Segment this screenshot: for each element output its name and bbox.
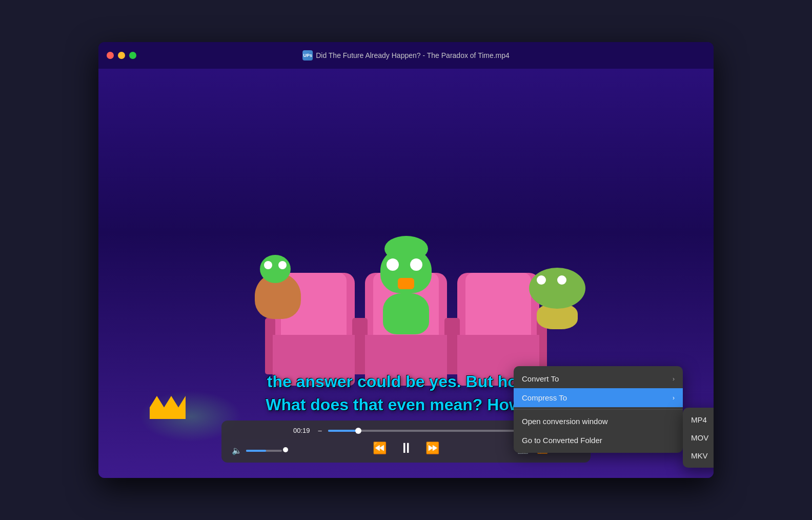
menu-item-compress-to[interactable]: Compress To › MP4 MOV MKV: [514, 388, 683, 407]
video-scene: the answer could be yes. But how d What …: [98, 69, 714, 478]
video-area[interactable]: the answer could be yes. But how d What …: [98, 69, 714, 478]
chevron-icon: ›: [673, 375, 675, 383]
volume-thumb[interactable]: [283, 447, 288, 452]
context-menu: Convert To › Compress To › MP4 MOV MKV: [514, 366, 683, 453]
app-icon: UPs: [302, 50, 313, 61]
time-current: 00:19: [293, 427, 310, 434]
window-title-area: UPs Did The Future Already Happen? - The…: [302, 50, 510, 61]
maximize-button[interactable]: [129, 52, 136, 59]
character-center: [375, 247, 437, 350]
menu-divider: [514, 409, 683, 410]
main-window: UPs Did The Future Already Happen? - The…: [98, 42, 714, 478]
volume-control: 🔈: [232, 446, 288, 455]
close-button[interactable]: [107, 52, 114, 59]
character-left: [252, 273, 303, 350]
menu-item-go-to-folder[interactable]: Go to Converted Folder: [514, 431, 683, 450]
character-right: [524, 268, 591, 350]
menu-item-open-conversion[interactable]: Open conversion window: [514, 412, 683, 431]
chevron-icon-compress: ›: [673, 394, 675, 402]
submenu-compress: MP4 MOV MKV: [683, 408, 714, 468]
volume-bar[interactable]: [246, 450, 282, 452]
window-title: Did The Future Already Happen? - The Par…: [316, 51, 510, 59]
rewind-button[interactable]: ⏪: [373, 442, 387, 455]
menu-item-open-conversion-label: Open conversion window: [522, 417, 608, 426]
volume-icon[interactable]: 🔈: [232, 446, 242, 455]
menu-item-compress-to-label: Compress To: [522, 393, 567, 402]
menu-item-go-to-folder-label: Go to Converted Folder: [522, 436, 602, 445]
pause-button[interactable]: ⏸: [399, 439, 413, 456]
fast-forward-button[interactable]: ⏩: [425, 442, 439, 455]
menu-item-convert-to-label: Convert To: [522, 374, 559, 383]
title-bar: UPs Did The Future Already Happen? - The…: [98, 42, 714, 69]
minimize-button[interactable]: [118, 52, 125, 59]
submenu-item-mkv[interactable]: MKV: [683, 447, 714, 465]
submenu-item-mp4[interactable]: MP4: [683, 411, 714, 429]
progress-bar[interactable]: [328, 430, 529, 432]
menu-item-convert-to[interactable]: Convert To ›: [514, 369, 683, 388]
progress-thumb[interactable]: [355, 428, 361, 434]
submenu-item-mov[interactable]: MOV: [683, 429, 714, 447]
traffic-lights: [107, 52, 136, 59]
